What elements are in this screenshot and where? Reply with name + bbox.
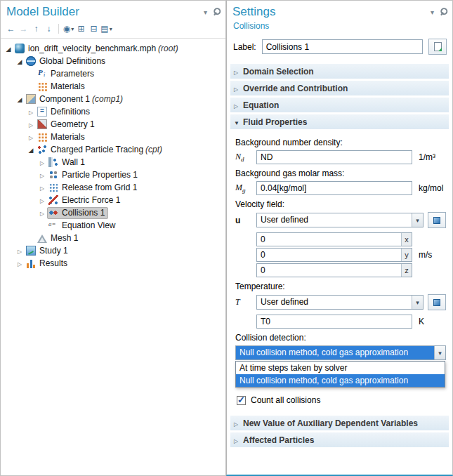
definitions-icon (37, 107, 47, 117)
section-domain-selection[interactable]: Domain Selection (230, 64, 449, 79)
expander-icon[interactable] (37, 183, 47, 192)
model-builder-title: Model Builder (6, 5, 199, 19)
temperature-label: Temperature: (235, 282, 446, 291)
tree-item-equation-view[interactable]: Equation View (1, 219, 225, 232)
move-down-icon[interactable]: ↓ (43, 22, 55, 35)
chevron-right-icon (234, 418, 243, 428)
forward-icon[interactable]: → (18, 22, 29, 35)
materials-icon (37, 132, 47, 142)
tree-item-release-from-grid-1[interactable]: Release from Grid 1 (1, 181, 225, 194)
chevron-right-icon (234, 84, 243, 93)
section-affected-particles[interactable]: Affected Particles (230, 432, 449, 447)
global-definitions-icon (26, 56, 36, 66)
expander-icon[interactable] (4, 44, 13, 53)
parameters-icon (37, 69, 47, 79)
dropdown-arrow-icon[interactable] (434, 346, 445, 359)
section-fluid-properties[interactable]: Fluid Properties (230, 114, 449, 129)
velocity-type-dropdown[interactable]: User defined (256, 213, 424, 227)
temperature-input[interactable] (256, 315, 412, 329)
expander-icon[interactable] (15, 258, 25, 268)
tree-item-parameters[interactable]: Parameters (1, 67, 225, 80)
velocity-x-input[interactable] (257, 233, 401, 246)
tree-item-results[interactable]: Results (1, 257, 225, 270)
molar-mass-input[interactable] (256, 181, 412, 195)
panel-menu-icon[interactable]: ▾ (431, 8, 434, 16)
pin-icon[interactable] (439, 7, 447, 17)
expander-icon[interactable] (37, 157, 47, 167)
count-all-collisions-checkbox[interactable] (237, 396, 246, 405)
materials-icon (37, 81, 47, 91)
temperature-type-dropdown[interactable]: User defined (256, 295, 424, 310)
expand-all-icon[interactable]: ⊞ (75, 22, 87, 35)
tree-item-mesh-1[interactable]: Mesh 1 (1, 232, 225, 244)
label-input[interactable] (262, 39, 423, 54)
node-type-link[interactable]: Collisions (227, 21, 452, 37)
dropdown-arrow-icon[interactable] (412, 296, 423, 309)
rename-button[interactable] (428, 39, 447, 55)
chevron-right-icon (234, 435, 243, 445)
tree-item-collisions-1[interactable]: Collisions 1 (1, 206, 225, 219)
t-symbol: T (235, 297, 256, 308)
number-density-unit: 1/m³ (412, 152, 446, 162)
node-text-options-icon[interactable]: ▤▾ (100, 22, 112, 35)
settings-title: Settings (232, 5, 426, 19)
tree-item-geometry-1[interactable]: Geometry 1 (1, 118, 225, 131)
expander-icon[interactable] (15, 56, 25, 66)
chevron-down-icon (234, 117, 243, 127)
move-up-icon[interactable]: ↑ (30, 22, 42, 35)
back-icon[interactable]: ← (5, 22, 17, 35)
axis-x-label: x (401, 233, 412, 246)
tree-item-global-definitions[interactable]: Global Definitions (1, 55, 225, 67)
collapse-all-icon[interactable]: ⊟ (88, 22, 100, 35)
temperature-edit-expression-button[interactable] (428, 294, 446, 310)
velocity-z-input[interactable] (257, 264, 401, 277)
tree-item-materials-component[interactable]: Materials (1, 131, 225, 143)
tree-item-study-1[interactable]: Study 1 (1, 244, 225, 257)
pin-icon[interactable] (212, 7, 220, 17)
section-override-and-contribution[interactable]: Override and Contribution (230, 81, 449, 95)
tree-item-wall-1[interactable]: Wall 1 (1, 156, 225, 168)
number-density-input[interactable] (256, 150, 412, 164)
expander-icon[interactable] (26, 119, 36, 129)
nd-symbol: Nd (235, 152, 256, 163)
expander-icon[interactable] (37, 208, 47, 218)
collision-detection-label: Collision detection: (235, 333, 446, 343)
chevron-right-icon (234, 100, 243, 110)
show-options-icon[interactable]: ◉▾ (63, 22, 74, 35)
temperature-unit: K (412, 317, 446, 326)
tree-item-root[interactable]: ion_drift_velocity_benchmark.mph(root) (1, 42, 225, 55)
tree-item-definitions[interactable]: Definitions (1, 105, 225, 118)
option-null-collision-method[interactable]: Null collision method, cold gas approxim… (236, 374, 445, 387)
label-row: Label: (227, 37, 452, 62)
tree-item-component-1[interactable]: Component 1(comp1) (1, 93, 225, 105)
geometry-icon (37, 119, 47, 129)
fluid-properties-body: Background number density: Nd 1/m³ Backg… (227, 129, 452, 414)
expander-icon[interactable] (26, 145, 36, 154)
tree-item-materials-global[interactable]: Materials (1, 80, 225, 93)
velocity-y-input[interactable] (257, 249, 401, 261)
comsol-window: Model Builder ▾ ← → ↑ ↓ ◉▾ ⊞ ⊟ ▤▾ ion_dr… (0, 0, 453, 476)
expander-icon[interactable] (26, 107, 36, 117)
expander-icon[interactable] (37, 195, 47, 205)
expander-icon[interactable] (15, 94, 25, 104)
option-at-time-steps[interactable]: At time steps taken by solver (236, 362, 445, 374)
model-tree: ion_drift_velocity_benchmark.mph(root) G… (1, 39, 225, 475)
collisions-icon (48, 208, 58, 218)
mg-symbol: Mg (235, 183, 256, 194)
edit-expression-icon (433, 299, 440, 306)
expander-icon[interactable] (37, 170, 47, 180)
velocity-unit: m/s (412, 250, 446, 260)
tree-item-charged-particle-tracing[interactable]: Charged Particle Tracing(cpt) (1, 143, 225, 156)
velocity-edit-expression-button[interactable] (428, 212, 446, 228)
tree-item-particle-properties-1[interactable]: Particle Properties 1 (1, 168, 225, 181)
tree-item-electric-force-1[interactable]: Electric Force 1 (1, 194, 225, 206)
collision-detection-dropdown[interactable]: Null collision method, cold gas approxim… (235, 345, 446, 360)
expander-icon[interactable] (15, 246, 25, 256)
velocity-y-field: y (256, 248, 412, 262)
section-new-value-aux-variables[interactable]: New Value of Auxiliary Dependent Variabl… (230, 416, 449, 430)
section-equation[interactable]: Equation (230, 98, 449, 112)
expander-icon[interactable] (26, 132, 36, 142)
velocity-field-label: Velocity field: (235, 199, 446, 209)
panel-menu-icon[interactable]: ▾ (204, 8, 207, 16)
dropdown-arrow-icon[interactable] (412, 213, 423, 227)
